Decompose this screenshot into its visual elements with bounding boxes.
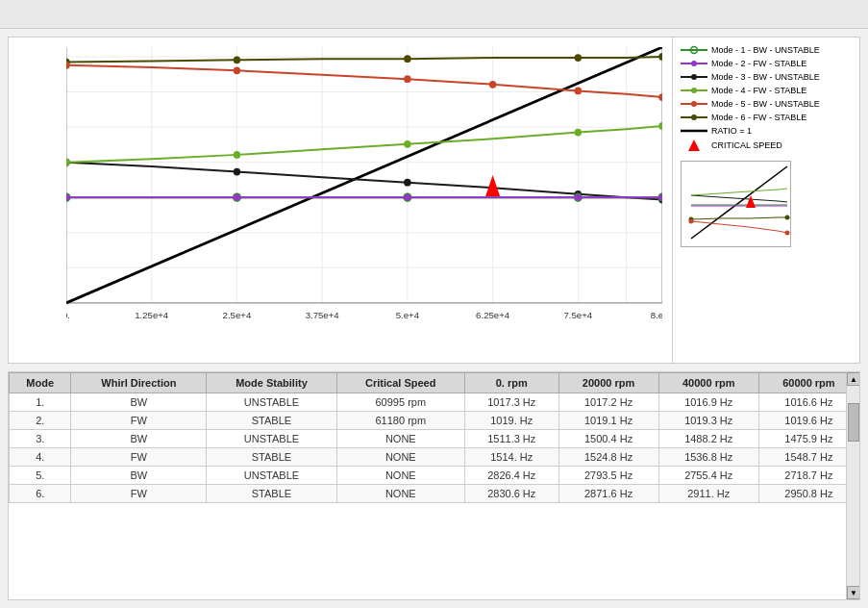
legend-item-2: Mode - 2 - FW - STABLE <box>681 59 852 68</box>
legend-label-4: Mode - 4 - FW - STABLE <box>711 86 806 95</box>
svg-point-86 <box>785 215 790 220</box>
svg-text:7.5e+4: 7.5e+4 <box>564 310 593 320</box>
legend-area: Mode - 1 - BW - UNSTABLE Mode - 2 - FW -… <box>672 38 859 363</box>
chart-main: 0 400 800 1.2e+3 1.6e+3 2e+3 2.4e+3 2.99… <box>9 38 672 363</box>
table-cell: UNSTABLE <box>207 467 336 485</box>
legend-item-3: Mode - 3 - BW - UNSTABLE <box>681 72 852 82</box>
svg-text:3.75e+4: 3.75e+4 <box>306 310 340 320</box>
table-cell: 60995 rpm <box>336 393 464 412</box>
legend-label-6: Mode - 6 - FW - STABLE <box>711 113 806 122</box>
svg-point-23 <box>658 53 662 61</box>
table-cell: 4. <box>10 448 71 467</box>
table-cell: 61180 rpm <box>336 412 464 430</box>
legend-label-ratio: RATIO = 1 <box>711 126 752 136</box>
svg-point-87 <box>689 219 694 224</box>
svg-point-46 <box>234 194 239 201</box>
svg-point-74 <box>691 88 697 93</box>
col-header-critical-speed: Critical Speed <box>336 373 464 393</box>
table-cell: 6. <box>10 485 71 503</box>
legend-item-critical: CRITICAL SPEED <box>681 139 852 151</box>
table-cell: STABLE <box>207 485 336 503</box>
legend-icon-4 <box>681 86 707 95</box>
table-cell: 5. <box>10 467 71 485</box>
svg-point-48 <box>575 194 581 201</box>
svg-point-21 <box>404 55 410 63</box>
legend-icon-1 <box>681 45 707 55</box>
legend-icon-6 <box>681 113 707 122</box>
table-cell: 2755.4 Hz <box>658 467 758 485</box>
table-cell: STABLE <box>207 412 336 430</box>
table-cell: BW <box>71 430 207 448</box>
svg-point-20 <box>234 56 240 63</box>
table-cell: 1016.6 Hz <box>758 393 858 412</box>
table-cell: NONE <box>336 430 464 448</box>
table-cell: 1017.3 Hz <box>464 393 558 412</box>
table-cell: FW <box>71 412 207 430</box>
col-header-20000rpm: 20000 rpm <box>558 373 658 393</box>
scrollbar-down-btn[interactable]: ▼ <box>847 586 860 599</box>
table-cell: 2871.6 Hz <box>558 485 658 503</box>
table-cell: 1475.9 Hz <box>758 430 858 448</box>
legend-item-ratio: RATIO = 1 <box>681 126 852 136</box>
table-cell: 1500.4 Hz <box>558 430 658 448</box>
svg-point-31 <box>234 168 240 176</box>
table-cell: 1. <box>10 393 71 412</box>
svg-point-78 <box>691 114 697 120</box>
svg-point-27 <box>489 81 496 89</box>
table-cell: 1019.6 Hz <box>758 412 858 430</box>
svg-point-39 <box>658 122 662 130</box>
svg-point-47 <box>405 194 410 201</box>
svg-point-36 <box>234 151 240 159</box>
table-cell: 2950.8 Hz <box>758 485 858 503</box>
svg-line-18 <box>66 47 662 303</box>
table-cell: NONE <box>336 467 464 485</box>
svg-point-72 <box>691 74 697 80</box>
table-cell: 2793.5 Hz <box>558 467 658 485</box>
table-cell: 1019.1 Hz <box>558 412 658 430</box>
table-cell: BW <box>71 467 207 485</box>
table-row: 1.BWUNSTABLE60995 rpm1017.3 Hz1017.2 Hz1… <box>10 393 859 412</box>
table-cell: 1536.8 Hz <box>658 448 758 467</box>
legend-item-5: Mode - 5 - BW - UNSTABLE <box>681 99 852 109</box>
main-content: 0 400 800 1.2e+3 1.6e+3 2e+3 2.4e+3 2.99… <box>0 29 868 608</box>
col-header-0rpm: 0. rpm <box>464 373 558 393</box>
svg-line-81 <box>691 166 787 239</box>
svg-point-35 <box>66 159 70 166</box>
table-cell: 2. <box>10 412 71 430</box>
col-header-mode-stability: Mode Stability <box>207 373 336 393</box>
table-cell: 1019.3 Hz <box>658 412 758 430</box>
table-cell: UNSTABLE <box>207 393 336 412</box>
legend-icon-2 <box>681 59 707 68</box>
svg-point-37 <box>404 140 410 148</box>
svg-text:5.e+4: 5.e+4 <box>396 310 420 320</box>
svg-point-76 <box>691 101 697 107</box>
table-cell: 1016.9 Hz <box>658 393 758 412</box>
col-header-mode: Mode <box>10 373 71 393</box>
svg-point-32 <box>404 179 410 187</box>
table-cell: 2830.6 Hz <box>464 485 558 503</box>
table-area: Mode Whirl Direction Mode Stability Crit… <box>8 371 860 600</box>
table-cell: 2826.4 Hz <box>464 467 558 485</box>
table-body: 1.BWUNSTABLE60995 rpm1017.3 Hz1017.2 Hz1… <box>10 393 859 503</box>
chart-area: 0 400 800 1.2e+3 1.6e+3 2e+3 2.4e+3 2.99… <box>8 37 860 364</box>
legend-label-1: Mode - 1 - BW - UNSTABLE <box>711 45 820 55</box>
table-cell: 2718.7 Hz <box>758 467 858 485</box>
svg-point-38 <box>575 129 582 137</box>
legend-icon-5 <box>681 99 707 109</box>
table-row: 5.BWUNSTABLENONE2826.4 Hz2793.5 Hz2755.4… <box>10 467 859 485</box>
table-cell: NONE <box>336 448 464 467</box>
table-cell: 1524.8 Hz <box>558 448 658 467</box>
scrollbar-up-btn[interactable]: ▲ <box>847 372 860 386</box>
svg-point-26 <box>404 75 410 83</box>
svg-text:1.25e+4: 1.25e+4 <box>135 310 169 320</box>
svg-point-70 <box>691 61 697 66</box>
svg-point-25 <box>234 66 240 74</box>
legend-item-4: Mode - 4 - FW - STABLE <box>681 86 852 95</box>
svg-point-22 <box>575 54 582 62</box>
table-scrollbar[interactable]: ▲ ▼ <box>846 372 859 599</box>
svg-marker-80 <box>688 139 700 151</box>
table-cell: 2911. Hz <box>658 485 758 503</box>
legend-icon-3 <box>681 72 707 82</box>
table-cell: 1514. Hz <box>464 448 558 467</box>
scrollbar-thumb[interactable] <box>848 403 859 442</box>
